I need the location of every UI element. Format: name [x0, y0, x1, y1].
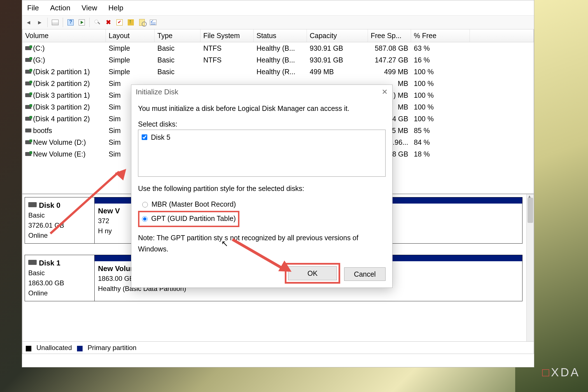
- disk1-type: Basic: [28, 268, 91, 278]
- show-hide-tree-icon[interactable]: [50, 18, 60, 27]
- disk1-size: 1863.00 GB: [28, 278, 91, 288]
- update-icon[interactable]: [126, 18, 136, 27]
- volume-header-row: Volume Layout Type File System Status Ca…: [22, 29, 534, 42]
- disk1-info: Disk 1 Basic 1863.00 GB Online: [25, 255, 95, 301]
- col-freespace[interactable]: Free Sp...: [368, 29, 411, 42]
- select-disks-label: Select disks:: [138, 118, 386, 130]
- wm-brand: XDA: [551, 366, 580, 379]
- volume-icon: [25, 152, 31, 156]
- col-status[interactable]: Status: [254, 29, 307, 42]
- scroll-thumb[interactable]: [528, 198, 533, 223]
- menu-file[interactable]: File: [27, 4, 39, 12]
- wm-prefix: □: [542, 366, 551, 379]
- separator: [63, 18, 63, 27]
- disk5-checkbox-row[interactable]: Disk 5: [141, 132, 383, 143]
- gpt-label: GPT (GUID Partition Table): [151, 213, 236, 224]
- col-type[interactable]: Type: [155, 29, 200, 42]
- menu-view[interactable]: View: [81, 4, 97, 12]
- disk-select-list[interactable]: Disk 5: [138, 130, 386, 177]
- gpt-radio-row[interactable]: GPT (GUID Partition Table): [141, 213, 236, 224]
- volume-icon: [25, 46, 31, 50]
- toolbar: [22, 15, 534, 29]
- legend-unallocated-swatch: [26, 346, 31, 351]
- forward-icon[interactable]: [35, 18, 45, 27]
- find-icon[interactable]: [137, 18, 147, 27]
- col-capacity[interactable]: Capacity: [307, 29, 368, 42]
- disk0-type: Basic: [28, 210, 91, 220]
- menu-action[interactable]: Action: [50, 4, 70, 12]
- separator: [47, 18, 48, 27]
- legend-unallocated-label: Unallocated: [36, 344, 72, 352]
- mbr-radio-row[interactable]: MBR (Master Boot Record): [141, 199, 386, 210]
- dialog-message: You must initialize a disk before Logica…: [138, 103, 386, 114]
- disk-icon: [28, 260, 37, 265]
- volume-row[interactable]: (Disk 2 partition 1)SimpleBasicHealthy (…: [22, 66, 534, 78]
- help-icon[interactable]: [66, 18, 75, 27]
- legend-primary-swatch: [77, 346, 83, 351]
- col-volume[interactable]: Volume: [22, 29, 106, 42]
- back-icon[interactable]: [24, 18, 33, 27]
- checklist-icon[interactable]: [148, 18, 158, 27]
- col-filesystem[interactable]: File System: [200, 29, 254, 42]
- gpt-radio[interactable]: [142, 216, 148, 222]
- close-icon[interactable]: ✕: [382, 88, 388, 96]
- mouse-cursor-icon: ↖: [221, 239, 228, 248]
- gpt-highlight-box: GPT (GUID Partition Table): [138, 211, 239, 227]
- disk1-name: Disk 1: [39, 259, 60, 267]
- col-spacer: [470, 29, 534, 42]
- volume-icon: [25, 140, 31, 144]
- menubar: File Action View Help: [22, 0, 534, 15]
- scrollbar[interactable]: [526, 194, 534, 341]
- legend: Unallocated Primary partition: [22, 342, 534, 354]
- separator: [89, 18, 90, 27]
- delete-icon[interactable]: [104, 18, 113, 27]
- rescan-icon[interactable]: [92, 18, 102, 27]
- disk5-label: Disk 5: [151, 132, 170, 143]
- disk0-name: Disk 0: [39, 201, 60, 209]
- legend-primary-label: Primary partition: [88, 344, 137, 352]
- dialog-title: Initialize Disk: [136, 88, 178, 96]
- menu-help[interactable]: Help: [108, 4, 123, 12]
- volume-icon: [25, 129, 31, 132]
- volume-icon: [25, 117, 31, 121]
- col-pctfree[interactable]: % Free: [411, 29, 470, 42]
- volume-icon: [25, 81, 31, 85]
- refresh-icon[interactable]: [77, 18, 87, 27]
- disk1-state: Online: [28, 288, 91, 298]
- partition-style-label: Use the following partition style for th…: [138, 183, 386, 194]
- volume-icon: [25, 58, 31, 62]
- disk-icon: [28, 202, 37, 207]
- cancel-button[interactable]: Cancel: [344, 267, 386, 281]
- mbr-radio[interactable]: [142, 202, 148, 207]
- volume-icon: [25, 93, 31, 97]
- volume-icon: [25, 105, 31, 109]
- disk0-state: Online: [28, 230, 91, 241]
- volume-icon: [25, 70, 31, 74]
- col-layout[interactable]: Layout: [106, 29, 155, 42]
- mbr-label: MBR (Master Boot Record): [151, 199, 236, 210]
- volume-row[interactable]: (G:)SimpleBasicNTFSHealthy (B...930.91 G…: [22, 54, 534, 66]
- volume-row[interactable]: (C:)SimpleBasicNTFSHealthy (B...930.91 G…: [22, 42, 534, 54]
- properties-icon[interactable]: [115, 18, 124, 27]
- xda-watermark: □XDA: [542, 366, 580, 379]
- disk5-checkbox[interactable]: [142, 134, 147, 140]
